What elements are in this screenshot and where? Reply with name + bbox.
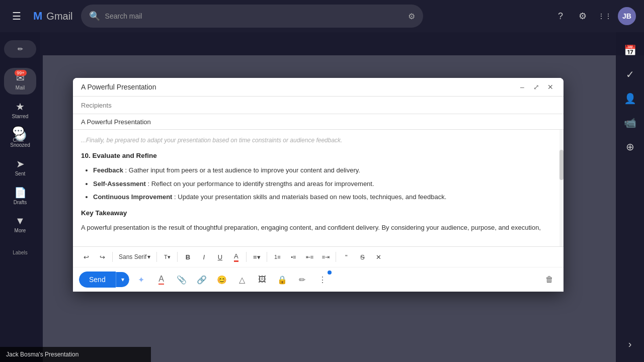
bullet-continuous-improvement: Continuous Improvement : Update your pre… <box>93 192 555 203</box>
send-toolbar: Send ▾ ✦ A 📎 🔗 😊 △ 🖼 🔒 ✏ ⋮ 🗑 <box>73 267 564 292</box>
chat-sidebar-item[interactable]: 💬 Chat <box>2 125 34 143</box>
bullet-list: Feedback : Gather input from peers or a … <box>81 165 555 203</box>
pencil-button[interactable]: ✏ <box>294 272 310 288</box>
strikethrough-button[interactable]: S <box>355 250 369 264</box>
recipients-input[interactable] <box>81 102 555 109</box>
filter-icon[interactable]: ⚙ <box>408 12 415 21</box>
body-faded-top: ...Finally, be prepared to adapt your pr… <box>81 136 555 145</box>
sidebar-item-more[interactable]: ▼ More <box>4 211 36 237</box>
font-dropdown-arrow: ▾ <box>147 253 150 260</box>
bullet-self-assessment-text: : Reflect on your performance to identif… <box>147 180 374 188</box>
scrollbar-thumb[interactable] <box>559 150 564 180</box>
inbox-badge: 99+ <box>15 70 26 76</box>
italic-button[interactable]: I <box>197 250 211 264</box>
undo-button[interactable]: ↩ <box>79 250 93 264</box>
gmail-m-icon: M <box>33 10 42 23</box>
photo-button[interactable]: 🖼 <box>254 272 270 288</box>
toolbar-separator-6 <box>336 252 336 262</box>
close-button[interactable]: ✕ <box>545 82 555 92</box>
search-icon: 🔍 <box>89 11 100 22</box>
nav-drafts-label: Drafts <box>14 200 27 205</box>
send-button-group: Send ▾ <box>79 272 129 288</box>
chat-icon: 💬 <box>12 125 25 137</box>
minimize-button[interactable]: – <box>517 82 527 92</box>
search-bar[interactable]: 🔍 ⚙ <box>81 5 423 28</box>
sidebar-item-starred[interactable]: ★ Starred <box>4 97 36 123</box>
toolbar-separator-2 <box>156 252 157 262</box>
font-size-button[interactable]: T▾ <box>160 250 174 264</box>
right-calendar-icon[interactable]: 📅 <box>620 40 640 60</box>
gmail-header: ☰ M Gmail 🔍 ⚙ ? ⚙ ⋮⋮ JB <box>0 0 644 32</box>
toolbar-separator-4 <box>246 252 247 262</box>
bullet-continuous-improvement-bold: Continuous Improvement <box>93 193 172 201</box>
right-expand-icon[interactable]: › <box>620 334 640 354</box>
sidebar-item-mail[interactable]: ✉ 99+ Mail <box>4 68 36 95</box>
compose-fab[interactable]: ✏ <box>4 40 36 58</box>
sidebar-item-drafts[interactable]: 📄 Drafts <box>4 183 36 209</box>
right-panel: 📅 ✓ 👤 📹 ⊕ › <box>616 32 644 362</box>
help-icon[interactable]: ? <box>551 7 570 25</box>
compose-dialog: A Powerful Presentation – ⤢ ✕ ...Finally… <box>73 78 564 292</box>
quote-button[interactable]: " <box>339 250 353 264</box>
dialog-controls: – ⤢ ✕ <box>517 82 555 92</box>
underline-button[interactable]: U <box>213 250 227 264</box>
bullet-self-assessment-bold: Self-Assessment <box>93 180 146 188</box>
nav-mail-label: Mail <box>16 85 25 90</box>
align-button[interactable]: ≡▾ <box>250 250 264 264</box>
delete-button[interactable]: 🗑 <box>541 272 557 288</box>
more-options-notification-dot <box>328 270 332 275</box>
nav-sidebar: ✏ ✉ 99+ Mail ★ Starred 🕐 Snoozed ➤ Sent … <box>0 32 40 362</box>
ai-compose-button[interactable]: ✦ <box>133 272 149 288</box>
status-bar-text: Jack Bosma's Presentation <box>6 351 78 358</box>
bullet-list-button[interactable]: •≡ <box>286 250 300 264</box>
font-selector[interactable]: Sans Serif ▾ <box>116 252 153 261</box>
nav-starred-label: Starred <box>12 114 29 119</box>
bullet-feedback-bold: Feedback <box>93 166 123 174</box>
bullet-self-assessment: Self-Assessment : Reflect on your perfor… <box>93 179 555 190</box>
subject-row <box>73 114 564 130</box>
hamburger-icon[interactable]: ☰ <box>8 6 25 26</box>
email-body[interactable]: ...Finally, be prepared to adapt your pr… <box>73 130 564 246</box>
header-actions: ? ⚙ ⋮⋮ JB <box>551 7 636 25</box>
nav-sent-label: Sent <box>15 171 26 176</box>
indent-more-button[interactable]: ≡⇥ <box>318 250 333 264</box>
font-name-label: Sans Serif <box>119 253 146 260</box>
right-more-icon[interactable]: ⊕ <box>620 137 640 157</box>
bold-button[interactable]: B <box>181 250 195 264</box>
indent-less-button[interactable]: ⇤≡ <box>302 250 316 264</box>
toolbar-separator-3 <box>177 252 178 262</box>
numbered-list-button[interactable]: 1≡ <box>270 250 284 264</box>
expand-button[interactable]: ⤢ <box>531 82 541 92</box>
scrollbar-track[interactable] <box>559 130 564 246</box>
bullet-feedback: Feedback : Gather input from peers or a … <box>93 165 555 176</box>
more-icon: ▼ <box>15 215 25 227</box>
sent-icon: ➤ <box>16 158 25 170</box>
sidebar-item-sent[interactable]: ➤ Sent <box>4 154 36 180</box>
text-color-button[interactable]: A <box>229 250 243 264</box>
right-tasks-icon[interactable]: ✓ <box>620 64 640 84</box>
emoji-button[interactable]: 😊 <box>214 272 230 288</box>
drive-button[interactable]: △ <box>234 272 250 288</box>
right-meet-icon[interactable]: 📹 <box>620 113 640 133</box>
attach-button[interactable]: 📎 <box>174 272 190 288</box>
right-contacts-icon[interactable]: 👤 <box>620 88 640 109</box>
avatar[interactable]: JB <box>618 7 636 25</box>
labels-heading: Labels <box>13 250 27 255</box>
apps-icon[interactable]: ⋮⋮ <box>596 7 614 25</box>
subject-input[interactable] <box>81 118 555 126</box>
settings-icon[interactable]: ⚙ <box>574 7 592 25</box>
send-arrow-button[interactable]: ▾ <box>116 272 129 287</box>
text-color-toolbar-button[interactable]: A <box>153 272 170 288</box>
section10-heading: 10. Evaluate and Refine <box>81 150 555 161</box>
link-button[interactable]: 🔗 <box>194 272 210 288</box>
bullet-continuous-improvement-text: : Update your presentation skills and ma… <box>174 193 446 201</box>
send-button[interactable]: Send <box>79 272 116 288</box>
search-input[interactable] <box>105 12 403 20</box>
bullet-feedback-text: : Gather input from peers or a test audi… <box>125 166 360 174</box>
redo-button[interactable]: ↪ <box>95 250 109 264</box>
lock-button[interactable]: 🔒 <box>274 272 290 288</box>
gmail-logo: M Gmail <box>33 10 73 23</box>
remove-format-button[interactable]: ✕ <box>371 250 385 264</box>
status-bar: Jack Bosma's Presentation <box>0 347 151 362</box>
recipients-row <box>73 97 564 114</box>
